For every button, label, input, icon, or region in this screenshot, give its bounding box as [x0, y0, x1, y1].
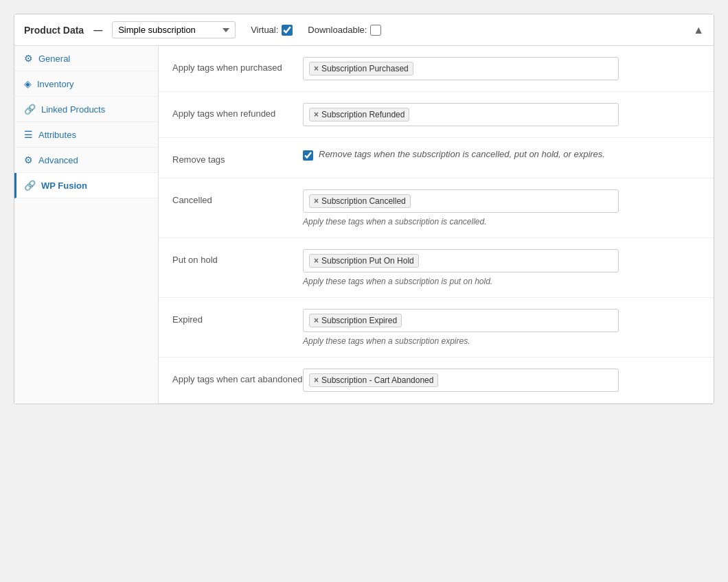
field-row-remove-tags: Remove tags Remove tags when the subscri…: [159, 138, 714, 178]
tag-subscription-purchased: × Subscription Purchased: [309, 62, 413, 75]
downloadable-label: Downloadable:: [308, 25, 381, 36]
field-row-purchased: Apply tags when purchased × Subscription…: [159, 46, 714, 92]
gear-icon: ⚙: [24, 154, 33, 165]
tag-remove-expired[interactable]: ×: [314, 316, 319, 325]
tag-remove-refunded[interactable]: ×: [314, 110, 319, 119]
label-cart-abandoned: Apply tags when cart abandoned: [172, 369, 303, 386]
sidebar-item-advanced[interactable]: ⚙ Advanced: [14, 148, 158, 173]
field-row-cart-abandoned: Apply tags when cart abandoned × Subscri…: [159, 358, 714, 404]
sidebar-label-advanced: Advanced: [38, 155, 78, 165]
tag-input-refunded[interactable]: × Subscription Refunded: [303, 103, 619, 126]
label-refunded: Apply tags when refunded: [172, 103, 303, 121]
sidebar-label-attributes: Attributes: [38, 130, 76, 140]
field-row-expired: Expired × Subscription Expired Apply the…: [159, 298, 714, 358]
tag-input-purchased[interactable]: × Subscription Purchased: [303, 57, 619, 80]
tag-remove-cancelled[interactable]: ×: [314, 197, 319, 205]
downloadable-checkbox[interactable]: [370, 25, 381, 36]
label-cancelled: Cancelled: [172, 189, 303, 207]
main-content: Apply tags when purchased × Subscription…: [159, 46, 714, 404]
field-row-cancelled: Cancelled × Subscription Cancelled Apply…: [159, 178, 714, 238]
tag-subscription-refunded: × Subscription Refunded: [309, 108, 409, 121]
panel-title: Product Data: [24, 25, 84, 36]
label-expired: Expired: [172, 309, 303, 327]
hint-put-on-hold: Apply these tags when a subscription is …: [303, 277, 700, 286]
tag-subscription-put-on-hold: × Subscription Put On Hold: [309, 254, 419, 268]
wrench-icon: ⚙: [24, 53, 33, 64]
label-remove-tags: Remove tags: [172, 149, 303, 167]
sidebar-label-inventory: Inventory: [37, 79, 73, 89]
hint-cancelled: Apply these tags when a subscription is …: [303, 217, 700, 226]
field-row-put-on-hold: Put on hold × Subscription Put On Hold A…: [159, 238, 714, 298]
tag-input-put-on-hold[interactable]: × Subscription Put On Hold: [303, 249, 619, 272]
tag-remove-put-on-hold[interactable]: ×: [314, 257, 319, 265]
tag-subscription-expired: × Subscription Expired: [309, 314, 402, 327]
label-purchased: Apply tags when purchased: [172, 57, 303, 75]
virtual-label: Virtual:: [251, 25, 293, 36]
collapse-button[interactable]: ▲: [693, 24, 704, 36]
value-purchased: × Subscription Purchased: [303, 57, 700, 80]
panel-title-dash: —: [93, 25, 102, 35]
value-put-on-hold: × Subscription Put On Hold Apply these t…: [303, 249, 700, 286]
sidebar-item-wp-fusion[interactable]: 🔗 WP Fusion: [14, 173, 158, 198]
tag-input-cart-abandoned[interactable]: × Subscription - Cart Abandoned: [303, 369, 619, 392]
sidebar-label-general: General: [38, 54, 70, 64]
sidebar: ⚙ General ◈ Inventory 🔗 Linked Products …: [14, 46, 159, 404]
tag-input-cancelled[interactable]: × Subscription Cancelled: [303, 189, 619, 213]
sidebar-item-general[interactable]: ⚙ General: [14, 46, 158, 71]
value-cancelled: × Subscription Cancelled Apply these tag…: [303, 189, 700, 226]
value-remove-tags: Remove tags when the subscription is can…: [303, 149, 700, 161]
inventory-icon: ◈: [24, 78, 32, 89]
hint-expired: Apply these tags when a subscription exp…: [303, 336, 700, 346]
product-data-panel: Product Data — Simple subscription Varia…: [14, 14, 714, 404]
value-cart-abandoned: × Subscription - Cart Abandoned: [303, 369, 700, 392]
value-expired: × Subscription Expired Apply these tags …: [303, 309, 700, 346]
virtual-checkbox[interactable]: [282, 25, 293, 36]
label-put-on-hold: Put on hold: [172, 249, 303, 267]
sidebar-item-inventory[interactable]: ◈ Inventory: [14, 71, 158, 97]
sidebar-label-wp-fusion: WP Fusion: [41, 181, 87, 191]
sidebar-item-linked-products[interactable]: 🔗 Linked Products: [14, 97, 158, 122]
panel-header: Product Data — Simple subscription Varia…: [14, 14, 714, 46]
remove-tags-checkbox[interactable]: [303, 150, 313, 161]
tag-remove-purchased[interactable]: ×: [314, 65, 319, 73]
value-refunded: × Subscription Refunded: [303, 103, 700, 126]
tag-subscription-cancelled: × Subscription Cancelled: [309, 194, 411, 208]
panel-body: ⚙ General ◈ Inventory 🔗 Linked Products …: [14, 46, 714, 404]
remove-tags-checkbox-label: Remove tags when the subscription is can…: [319, 149, 605, 159]
list-icon: ☰: [24, 129, 33, 140]
tag-input-expired[interactable]: × Subscription Expired: [303, 309, 619, 332]
product-type-select[interactable]: Simple subscription Variable subscriptio…: [112, 21, 236, 38]
sidebar-item-attributes[interactable]: ☰ Attributes: [14, 122, 158, 148]
link-icon: 🔗: [24, 104, 36, 115]
tag-remove-cart-abandoned[interactable]: ×: [314, 376, 319, 384]
sidebar-label-linked-products: Linked Products: [41, 104, 105, 115]
fusion-icon: 🔗: [24, 180, 36, 191]
remove-tags-checkbox-row: Remove tags when the subscription is can…: [303, 149, 700, 161]
field-row-refunded: Apply tags when refunded × Subscription …: [159, 92, 714, 138]
tag-subscription-cart-abandoned: × Subscription - Cart Abandoned: [309, 373, 438, 387]
